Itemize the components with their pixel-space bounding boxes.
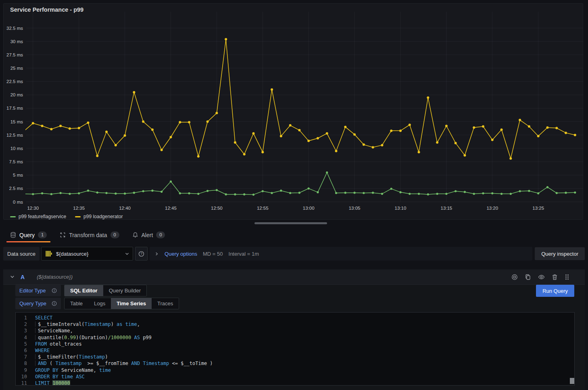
datasource-select[interactable]: ${datasource} [41, 247, 133, 261]
code-line: 9GROUP BY ServiceName, time [16, 367, 574, 373]
svg-text:0 ms: 0 ms [13, 200, 23, 204]
info-icon[interactable] [52, 301, 57, 306]
legend-label: p99 loadgenerator [83, 214, 123, 219]
query-type-field-label: Query Type [15, 298, 61, 309]
query-type-label: Query Type [19, 300, 46, 307]
drag-handle-icon[interactable] [565, 274, 569, 280]
code-text: $__timeFilter(Timestamp) [35, 354, 108, 360]
svg-text:13:15: 13:15 [440, 206, 452, 211]
svg-text:12:55: 12:55 [257, 206, 269, 211]
transform-icon [60, 232, 66, 238]
timeseries-chart[interactable]: 0 ms2.5 ms5 ms7.5 ms10 ms12.5 ms15 ms17.… [4, 4, 584, 212]
svg-text:22.5 ms: 22.5 ms [6, 79, 23, 84]
code-text: $__timeInterval(Timestamp) as time, [35, 321, 140, 327]
code-line: 2$__timeInterval(Timestamp) as time, [16, 321, 574, 327]
indent-guide [35, 321, 38, 327]
datasource-help-button[interactable]: ? [135, 247, 148, 261]
line-number: 7 [16, 354, 35, 360]
editor-type-switch: SQL EditorQuery Builder [64, 285, 147, 296]
indent-guide [35, 335, 38, 340]
hide-response-eye-icon[interactable] [538, 274, 545, 280]
svg-text:?: ? [140, 252, 142, 256]
code-text: ORDER BY time ASC [35, 373, 85, 380]
interval-summary: Interval = 1m [229, 251, 259, 257]
query-type-option-time-series[interactable]: Time Series [111, 298, 152, 309]
query-options-bar[interactable]: Query options MD = 50 Interval = 1m [150, 247, 532, 261]
info-icon[interactable] [52, 288, 57, 293]
editor-type-field-label: Editor Type [15, 285, 61, 296]
database-icon [10, 232, 16, 238]
editor-scrollbar-thumb[interactable] [570, 378, 574, 384]
clickhouse-logo-icon [45, 250, 53, 258]
query-type-option-traces[interactable]: Traces [152, 298, 179, 309]
legend-item[interactable]: p99 featureflagservice [10, 214, 66, 219]
code-line: 7$__timeFilter(Timestamp) [16, 354, 574, 360]
legend-swatch [75, 216, 81, 217]
query-type-option-table[interactable]: Table [65, 298, 88, 309]
svg-text:5 ms: 5 ms [13, 173, 23, 177]
tab-alert[interactable]: Alert0 [129, 227, 169, 242]
editor-type-option-query-builder[interactable]: Query Builder [103, 285, 146, 296]
code-text: LIMIT 100000 [35, 380, 70, 386]
query-ref-id[interactable]: A [21, 274, 25, 280]
query-row-header[interactable]: A (${datasource}) [3, 269, 585, 285]
svg-text:12:35: 12:35 [73, 206, 85, 211]
code-text: FROM otel_traces [35, 341, 82, 347]
datasource-value: ${datasource} [56, 251, 88, 257]
tab-count-badge: 0 [156, 231, 165, 238]
chart-legend: p99 featureflagservicep99 loadgenerator [10, 214, 123, 219]
svg-text:27.5 ms: 27.5 ms [6, 52, 23, 57]
svg-text:13:05: 13:05 [349, 206, 361, 211]
svg-text:13:25: 13:25 [532, 206, 544, 211]
timeseries-panel: Service Performance - p99 0 ms2.5 ms5 ms… [3, 3, 583, 220]
sql-code-editor[interactable]: 1SELECT2$__timeInterval(Timestamp) as ti… [15, 312, 575, 386]
code-text: WHERE [35, 347, 50, 354]
tab-label: Transform data [69, 232, 107, 238]
query-row-card: A (${datasource}) Editor Type [3, 269, 585, 390]
code-line: 6WHERE [16, 347, 574, 354]
query-options-link[interactable]: Query options [165, 251, 197, 257]
line-number: 9 [16, 367, 35, 373]
tab-transform-data[interactable]: Transform data0 [56, 227, 123, 242]
svg-text:7.5 ms: 7.5 ms [9, 159, 23, 164]
editor-type-option-sql-editor[interactable]: SQL Editor [65, 285, 103, 296]
duplicate-query-icon[interactable] [525, 274, 531, 280]
svg-text:12:45: 12:45 [165, 206, 177, 211]
svg-text:12:40: 12:40 [119, 206, 131, 211]
tab-label: Query [19, 232, 35, 238]
svg-text:32.5 ms: 32.5 ms [6, 26, 23, 31]
delete-query-trash-icon[interactable] [552, 274, 558, 280]
tab-query[interactable]: Query1 [6, 227, 50, 242]
code-line: 1SELECT [16, 315, 574, 321]
legend-item[interactable]: p99 loadgenerator [75, 214, 123, 219]
code-line: 11LIMIT 100000 [16, 380, 574, 386]
svg-text:13:00: 13:00 [303, 206, 315, 211]
line-number: 6 [16, 347, 35, 354]
svg-text:13:10: 13:10 [395, 206, 407, 211]
tab-count-badge: 0 [111, 231, 119, 238]
line-number: 8 [16, 360, 35, 367]
query-toolbar: Data source ${datasource} ? Query option… [3, 247, 585, 261]
editor-type-label: Editor Type [19, 288, 46, 294]
line-number: 11 [16, 380, 35, 386]
chevron-down-icon [125, 251, 129, 256]
svg-text:10 ms: 10 ms [10, 146, 23, 151]
disable-query-icon[interactable] [511, 274, 518, 280]
svg-text:20 ms: 20 ms [10, 92, 23, 97]
tab-label: Alert [142, 232, 153, 238]
chevron-right-icon [154, 252, 159, 256]
legend-swatch [10, 216, 16, 217]
run-query-button[interactable]: Run Query [536, 285, 574, 297]
code-text: AND ( Timestamp >= $__fromTime AND Times… [35, 360, 213, 367]
query-inspector-button[interactable]: Query inspector [535, 247, 585, 260]
code-line: 5FROM otel_traces [16, 341, 574, 347]
svg-text:12:50: 12:50 [211, 206, 223, 211]
horizontal-scrollbar[interactable] [254, 222, 327, 224]
query-type-option-logs[interactable]: Logs [88, 298, 111, 309]
indent-guide [35, 354, 38, 359]
bell-icon [132, 232, 138, 238]
collapse-chevron-icon[interactable] [10, 274, 15, 279]
code-text: quantile(0.99)(Duration)/1000000 AS p99 [35, 334, 152, 341]
code-line: 4quantile(0.99)(Duration)/1000000 AS p99 [16, 334, 574, 341]
line-number: 4 [16, 334, 35, 341]
